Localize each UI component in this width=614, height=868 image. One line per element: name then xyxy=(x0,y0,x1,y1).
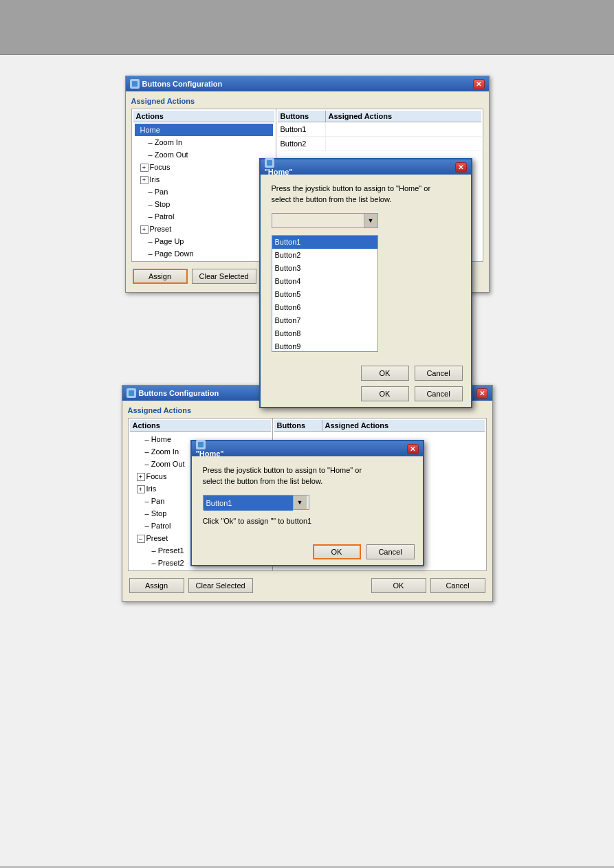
home-title-left-1: "Home" xyxy=(265,158,293,176)
close-button-1[interactable]: ✕ xyxy=(473,79,485,89)
title-left-2: Buttons Configuration xyxy=(127,388,219,398)
dialog-titlebar-1: Buttons Configuration ✕ xyxy=(126,76,489,91)
list-item-btn1-1[interactable]: Button1 xyxy=(272,236,377,249)
dialog-title-2: Buttons Configuration xyxy=(139,389,219,397)
list-item-btn9-1[interactable]: Button9 xyxy=(272,340,377,352)
close-button-2[interactable]: ✕ xyxy=(476,388,488,399)
list-item-btn8-1[interactable]: Button8 xyxy=(272,327,377,340)
tree-item-focus-1[interactable]: +Focus xyxy=(135,161,273,173)
tree-item-preset-1[interactable]: +Preset xyxy=(135,223,273,235)
btn-cell-name-1: Button1 xyxy=(278,122,326,136)
assign-button-1[interactable]: Assign xyxy=(133,269,188,284)
button-dropdown-1[interactable]: ▼ xyxy=(272,213,378,228)
dialog-footer-2: Assign Clear Selected OK Cancel xyxy=(128,575,487,596)
home-body-1: Press the joystick button to assign to "… xyxy=(261,175,471,360)
dialog-icon-2 xyxy=(127,388,136,398)
home-message-1: Press the joystick button to assign to "… xyxy=(272,183,460,205)
actions-header-2: Actions xyxy=(130,420,271,432)
list-item-btn4-1[interactable]: Button4 xyxy=(272,275,377,288)
home-message-2: Press the joystick button to assign to "… xyxy=(203,465,412,487)
btn-cell-name-2: Button2 xyxy=(278,137,326,151)
home-body-2: Press the joystick button to assign to "… xyxy=(192,456,423,539)
home-dialog-1: "Home" ✕ Press the joystick button to as… xyxy=(259,158,472,408)
tree-item-zoomin-1[interactable]: – Zoom In xyxy=(135,136,273,148)
tree-list-1: Home – Zoom In – Zoom Out +Focus +Iris –… xyxy=(133,122,274,260)
expand-preset-2[interactable]: – xyxy=(137,535,145,543)
tree-item-zoomout-1[interactable]: – Zoom Out xyxy=(135,148,273,161)
page-content: manualsalive.com Buttons Configuration ✕… xyxy=(0,55,614,866)
home-ok-button-main-2[interactable]: OK xyxy=(313,544,361,559)
title-left-1: Buttons Configuration xyxy=(130,79,223,89)
tree-item-patrol-1[interactable]: – Patrol xyxy=(135,210,273,223)
list-item-btn6-1[interactable]: Button6 xyxy=(272,301,377,314)
list-item-btn7-1[interactable]: Button7 xyxy=(272,314,377,327)
home-cancel-button-main-2[interactable]: Cancel xyxy=(366,544,415,559)
list-item-btn5-1[interactable]: Button5 xyxy=(272,288,377,301)
svg-rect-2 xyxy=(129,390,134,396)
tree-item-iris-1[interactable]: +Iris xyxy=(135,173,273,186)
dialog-group-1: manualsalive.com Buttons Configuration ✕… xyxy=(125,76,490,371)
tree-item-home-1[interactable]: Home xyxy=(135,124,273,136)
ok-button-main-2[interactable]: OK xyxy=(371,578,426,593)
btn-cell-assigned-1 xyxy=(326,122,331,136)
svg-rect-3 xyxy=(198,442,204,447)
actions-header-1: Actions xyxy=(133,111,274,122)
expand-iris-2[interactable]: + xyxy=(137,485,145,493)
home-close-button-1[interactable]: ✕ xyxy=(455,162,467,173)
tree-item-stop-1[interactable]: – Stop xyxy=(135,198,273,210)
home-ok-button-1[interactable]: OK xyxy=(361,366,409,381)
list-item-btn3-1[interactable]: Button3 xyxy=(272,262,377,275)
dropdown-value-1 xyxy=(272,214,364,227)
home-cancel-button-1[interactable]: Cancel xyxy=(415,366,463,381)
section-title-1: Assigned Actions xyxy=(131,97,483,105)
home-dialog-icon-1 xyxy=(265,158,274,168)
clear-selected-button-1[interactable]: Clear Selected xyxy=(192,269,256,284)
home-titlebar-2: "Home" ✕ xyxy=(192,441,423,456)
list-item-btn2-1[interactable]: Button2 xyxy=(272,249,377,262)
dropdown-arrow-2[interactable]: ▼ xyxy=(293,496,307,509)
assign-button-2[interactable]: Assign xyxy=(129,578,184,593)
home-titlebar-1: "Home" ✕ xyxy=(261,159,471,175)
col-header-assigned-2: Assigned Actions xyxy=(322,420,485,431)
top-bar xyxy=(0,0,614,55)
expand-focus-1[interactable]: + xyxy=(140,164,149,172)
cancel-button-main-2[interactable]: Cancel xyxy=(430,578,485,593)
dropdown-arrow-1[interactable]: ▼ xyxy=(364,214,377,227)
clear-selected-button-2[interactable]: Clear Selected xyxy=(188,578,253,593)
button-dropdown-2[interactable]: Button1 ▼ xyxy=(203,495,309,510)
home-dialog-2: "Home" ✕ Press the joystick button to as… xyxy=(190,440,424,566)
col-header-assigned-1: Assigned Actions xyxy=(326,111,481,122)
expand-preset-1[interactable]: + xyxy=(140,225,149,234)
actions-left-1: Actions Home – Zoom In – Zoom Out +Focus xyxy=(132,109,276,261)
home-title-left-2: "Home" xyxy=(196,440,224,458)
dialog-title-1: Buttons Configuration xyxy=(142,80,223,88)
dialog-group-2: manualsalive.com Buttons Configuration ✕… xyxy=(122,385,493,687)
tree-item-pagedown-1[interactable]: – Page Down xyxy=(135,247,273,260)
home-footer-2: OK Cancel xyxy=(261,386,471,407)
buttons-header-1: Buttons Assigned Actions xyxy=(278,111,481,122)
btn-cell-assigned-2 xyxy=(326,137,331,151)
btn-row-1: Button1 xyxy=(278,122,481,137)
tree-label: Home xyxy=(140,126,160,134)
home-footer-1: OK Cancel xyxy=(261,360,471,386)
home-dialog-title-2: "Home" xyxy=(196,449,224,458)
svg-rect-0 xyxy=(132,81,138,87)
note-text-2: Click "Ok" to assign "" to button1 xyxy=(203,517,412,525)
home-dialog-title-1: "Home" xyxy=(265,168,293,176)
dropdown-value-2: Button1 xyxy=(204,496,293,511)
tree-item-pageup-1[interactable]: – Page Up xyxy=(135,235,273,247)
tree-item-pan-1[interactable]: – Pan xyxy=(135,186,273,198)
btn-row-2: Button2 xyxy=(278,137,481,151)
svg-rect-1 xyxy=(267,160,272,166)
home-footer-ok-2: OK Cancel xyxy=(192,539,423,565)
expand-focus-2[interactable]: + xyxy=(137,473,145,481)
expand-iris-1[interactable]: + xyxy=(140,176,149,184)
home-close-button-2[interactable]: ✕ xyxy=(407,444,419,454)
col-header-buttons-2: Buttons xyxy=(274,420,322,431)
home-cancel-button-2[interactable]: Cancel xyxy=(415,386,463,401)
home-dialog-icon-2 xyxy=(196,440,206,449)
home-ok-button-2[interactable]: OK xyxy=(361,386,409,401)
button-list-1[interactable]: Button1 Button2 Button3 Button4 Button5 … xyxy=(272,235,378,352)
col-header-buttons-1: Buttons xyxy=(278,111,326,122)
buttons-header-2: Buttons Assigned Actions xyxy=(274,420,485,432)
